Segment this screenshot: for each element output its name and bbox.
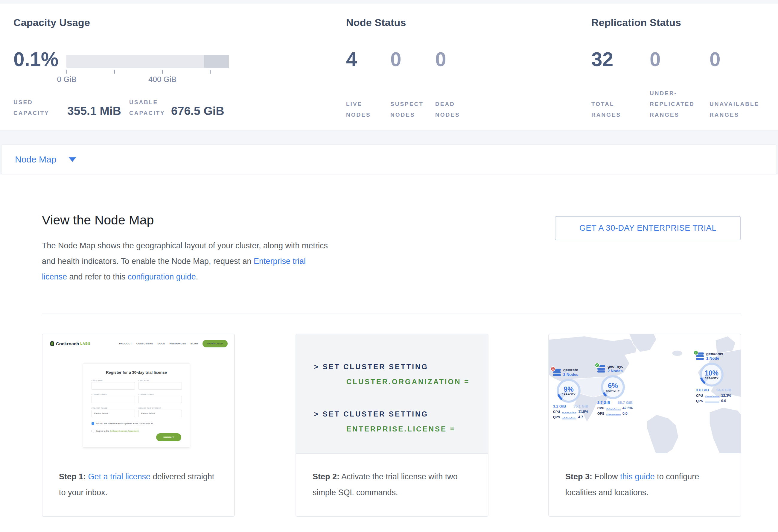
replication-status-title: Replication Status — [591, 17, 681, 28]
qps-sparkline — [606, 412, 621, 415]
axis-tick-label: 400 GiB — [145, 75, 180, 84]
capacity-usage-title: Capacity Usage — [13, 17, 90, 28]
field-label: PROJECT PHASE — [91, 407, 107, 409]
capacity-ring-label: CAPACITY — [705, 377, 718, 380]
checkbox-row: I would like to receive email updates ab… — [91, 422, 153, 425]
qps-label: QPS — [597, 412, 606, 415]
step1-caption: Step 1: Get a trial license delivered st… — [43, 454, 234, 501]
field-label: COMPANY NAME — [91, 393, 107, 395]
axis-tick-label: 0 GiB — [49, 75, 85, 84]
locality-nyc: ✓ geo=nyc 2 Nodes 6% CAPACITY — [597, 364, 633, 415]
website-mock: Cockroach LABS PRODUCT CUSTOMERS DOCS RE… — [43, 334, 234, 454]
under-replicated-label: UNDER- REPLICATED RANGES — [650, 88, 695, 120]
cpu-value: 11.0% — [578, 409, 588, 414]
capacity-ring-label: CAPACITY — [606, 389, 620, 392]
text-input-mock — [139, 396, 182, 403]
qps-label: QPS — [696, 399, 705, 403]
capacity-percent: 0.1% — [13, 48, 58, 71]
usable-capacity-value: 676.5 GiB — [171, 104, 224, 118]
locality-node-count: 1 Node — [706, 356, 723, 361]
sql-command-line: CLUSTER.ORGANIZATION = — [346, 378, 470, 386]
axis-tick — [114, 70, 115, 74]
total-ranges-label: TOTAL RANGES — [591, 88, 621, 120]
trial-form-mock: Register for a 30-day trial license FIRS… — [83, 363, 190, 448]
sql-command-line: > SET CLUSTER SETTING — [314, 363, 428, 371]
download-pill: DOWNLOAD — [203, 340, 228, 348]
nodes-stack-icon: 1 — [553, 369, 561, 377]
nav-item: CUSTOMERS — [136, 342, 153, 345]
node-map-placeholder-section: View the Node Map The Node Map shows the… — [0, 174, 778, 532]
nodes-stack-icon: ✓ — [597, 365, 605, 373]
node-map-dropdown[interactable]: Node Map — [1, 145, 777, 174]
checkbox-icon — [91, 430, 94, 432]
capacity-ring: 6% CAPACITY — [601, 375, 625, 399]
nav-item: RESOURCES — [170, 342, 186, 345]
section-divider — [42, 314, 741, 314]
usable-capacity-label: USABLE CAPACITY — [129, 97, 165, 119]
axis-tick — [66, 70, 67, 74]
enterprise-description: The Node Map shows the geographical layo… — [42, 238, 330, 285]
node-status-title: Node Status — [346, 17, 406, 28]
nav-item: BLOG — [190, 342, 198, 345]
enterprise-trial-button[interactable]: GET A 30-DAY ENTERPRISE TRIAL — [555, 216, 741, 240]
submit-pill: SUBMIT — [156, 433, 181, 441]
qps-sparkline — [705, 399, 719, 403]
configuration-guide-link[interactable]: configuration guide — [128, 272, 196, 281]
chevron-down-icon — [69, 157, 76, 162]
total-gib: 35.1 GiB — [573, 404, 589, 408]
error-badge: 1 — [550, 366, 555, 371]
field-label: REASON FOR INTEREST — [139, 407, 161, 409]
suspect-nodes-count: 0 — [390, 48, 401, 71]
total-gib: 34.4 GiB — [716, 388, 731, 392]
capacity-percent: 10% — [705, 370, 718, 377]
text-input-mock — [91, 382, 135, 390]
license-agreement-link: Software License Agreement. — [110, 430, 139, 432]
node-map-dropdown-label[interactable]: Node Map — [15, 154, 56, 165]
unavailable-label: UNAVAILABLE RANGES — [709, 88, 759, 120]
form-title: Register for a 30-day trial license — [83, 370, 189, 375]
cpu-sparkline — [606, 406, 621, 410]
health-check-icon: ✓ — [595, 363, 600, 368]
logo-labs-text: LABS — [80, 342, 91, 345]
suspect-nodes-label: SUSPECT NODES — [390, 88, 423, 120]
unavailable-count: 0 — [709, 48, 720, 71]
site-nav: PRODUCT CUSTOMERS DOCS RESOURCES BLOG DO… — [119, 340, 228, 348]
used-gib: 3.2 GiB — [553, 404, 566, 408]
world-map-mock: 1 geo=sfo 2 Nodes 9% CAPACITY — [549, 334, 741, 454]
locality-node-count: 2 Nodes — [608, 369, 623, 373]
locality-name: geo=ams — [706, 352, 723, 356]
page-title: View the Node Map — [42, 213, 154, 227]
dead-nodes-label: DEAD NODES — [435, 88, 460, 120]
used-gib: 3.7 GiB — [597, 401, 610, 405]
health-check-icon: ✓ — [693, 350, 698, 355]
live-nodes-label: LIVE NODES — [346, 88, 371, 120]
total-ranges-count: 32 — [591, 48, 613, 71]
nodes-stack-icon: ✓ — [696, 353, 704, 361]
qps-sparkline — [562, 415, 576, 419]
used-gib: 3.6 GiB — [696, 388, 709, 392]
locality-sfo: 1 geo=sfo 2 Nodes 9% CAPACITY — [553, 368, 589, 419]
locality-name: geo=sfo — [563, 368, 578, 372]
under-replicated-count: 0 — [650, 48, 661, 71]
step2-caption: Step 2: Activate the trial license with … — [296, 454, 488, 501]
cpu-sparkline — [705, 394, 719, 397]
axis-tick — [210, 70, 211, 74]
field-label: COMPANY EMAIL — [139, 393, 154, 395]
select-mock: Please Select — [139, 409, 182, 417]
cluster-summary-panel: Capacity Usage 0.1% 0 GiB 400 GiB USED C… — [0, 4, 778, 131]
step3-thumbnail: 1 geo=sfo 2 Nodes 9% CAPACITY — [549, 334, 741, 454]
capacity-ring: 10% CAPACITY — [700, 363, 723, 387]
capacity-bar — [66, 55, 229, 68]
cpu-value: 12.3% — [721, 393, 731, 398]
get-trial-license-link[interactable]: Get a trial license — [88, 472, 151, 481]
axis-tick — [162, 70, 163, 74]
this-guide-link[interactable]: this guide — [620, 472, 655, 481]
cpu-label: CPU — [696, 394, 705, 397]
text-input-mock — [139, 382, 182, 390]
step2-thumbnail: > SET CLUSTER SETTING CLUSTER.ORGANIZATI… — [296, 334, 488, 454]
qps-label: QPS — [553, 415, 562, 419]
capacity-ring: 9% CAPACITY — [557, 379, 580, 403]
select-mock: Please Select — [91, 409, 135, 417]
cockroach-logo-icon — [50, 341, 54, 346]
qps-value: 0.0 — [622, 411, 628, 415]
